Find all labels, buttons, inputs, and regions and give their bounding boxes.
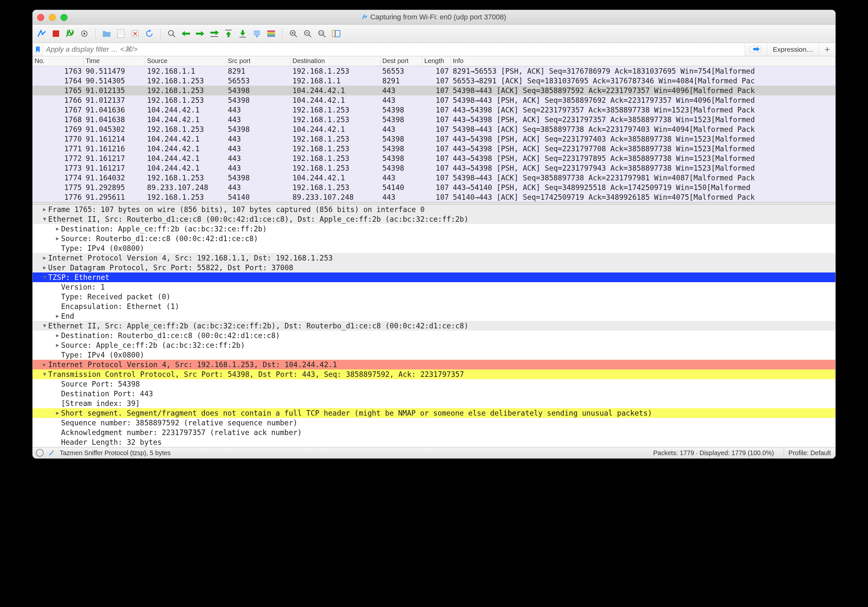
expression-builder-button[interactable]: Expression… xyxy=(767,43,819,56)
tree-row[interactable]: Type: IPv4 (0x0800) xyxy=(33,244,835,253)
minimize-window-button[interactable] xyxy=(49,14,56,21)
colorize-button[interactable] xyxy=(265,27,277,40)
wireshark-fin-icon xyxy=(362,14,368,20)
capture-options-button[interactable] xyxy=(78,27,91,40)
go-back-button[interactable] xyxy=(179,27,192,40)
save-file-button[interactable] xyxy=(115,27,127,40)
col-header-dest-port[interactable]: Dest port xyxy=(380,56,422,66)
packet-details-tree[interactable]: Frame 1765: 107 bytes on wire (856 bits)… xyxy=(33,205,835,447)
col-header-time[interactable]: Time xyxy=(84,56,145,66)
apply-filter-button[interactable] xyxy=(744,43,767,56)
packet-row[interactable]: 176791.041636104.244.42.1443192.168.1.25… xyxy=(33,105,835,115)
svg-line-11 xyxy=(172,34,175,37)
tree-label: Destination: Apple_ce:ff:2b (ac:bc:32:ce… xyxy=(61,224,267,234)
disclosure-triangle-icon[interactable] xyxy=(41,360,48,369)
col-header-info[interactable]: Info xyxy=(451,56,835,66)
tree-row[interactable]: [Stream index: 39] xyxy=(33,399,835,408)
disclosure-triangle-icon[interactable] xyxy=(54,331,61,340)
go-forward-button[interactable] xyxy=(194,27,206,40)
packet-row[interactable]: 177691.295611192.168.1.2535414089.233.10… xyxy=(33,193,835,202)
open-file-button[interactable] xyxy=(100,27,113,40)
disclosure-triangle-icon[interactable] xyxy=(54,340,61,350)
tree-row[interactable]: User Datagram Protocol, Src Port: 55822,… xyxy=(33,263,835,272)
packet-row[interactable]: 177491.164032192.168.1.25354398104.244.4… xyxy=(33,173,835,183)
packet-row[interactable]: 177291.161217104.244.42.1443192.168.1.25… xyxy=(33,154,835,163)
display-filter-bar: Expression… + xyxy=(33,43,835,56)
close-file-button[interactable] xyxy=(129,27,141,40)
edit-pencil-icon[interactable] xyxy=(48,449,55,456)
tree-row[interactable]: Type: Received packet (0) xyxy=(33,292,835,301)
zoom-in-button[interactable] xyxy=(287,27,300,40)
disclosure-triangle-icon[interactable] xyxy=(41,205,48,214)
col-header-no[interactable]: No. xyxy=(33,56,84,66)
horizontal-splitter[interactable] xyxy=(33,202,835,205)
expert-info-button[interactable] xyxy=(36,449,43,457)
reload-button[interactable] xyxy=(143,27,156,40)
tree-row[interactable]: Type: IPv4 (0x0800) xyxy=(33,350,835,360)
disclosure-triangle-icon[interactable] xyxy=(41,272,48,282)
tree-row[interactable]: Destination: Routerbo_d1:ce:c8 (00:0c:42… xyxy=(33,331,835,340)
packet-row[interactable]: 176390.511479192.168.1.18291192.168.1.25… xyxy=(33,66,835,76)
packet-row[interactable]: 176591.012135192.168.1.25354398104.244.4… xyxy=(33,85,835,95)
tree-row[interactable]: End xyxy=(33,311,835,321)
tree-row[interactable]: Destination Port: 443 xyxy=(33,389,835,399)
goto-last-button[interactable] xyxy=(236,27,249,40)
tree-row[interactable]: Destination: Apple_ce:ff:2b (ac:bc:32:ce… xyxy=(33,224,835,234)
tree-row[interactable]: Header Length: 32 bytes xyxy=(33,437,835,447)
col-header-source[interactable]: Source xyxy=(145,56,226,66)
stop-capture-button[interactable] xyxy=(50,27,62,40)
tree-row[interactable]: Short segment. Segment/fragment does not… xyxy=(33,408,835,418)
col-header-length[interactable]: Length xyxy=(422,56,451,66)
tree-row[interactable]: Version: 1 xyxy=(33,282,835,292)
col-header-destination[interactable]: Destination xyxy=(290,56,380,66)
zoom-reset-button[interactable]: 1:1 xyxy=(315,27,328,40)
svg-rect-21 xyxy=(267,35,275,37)
disclosure-triangle-icon[interactable] xyxy=(54,224,61,234)
tree-row[interactable]: Ethernet II, Src: Routerbo_d1:ce:c8 (00:… xyxy=(33,214,835,224)
goto-first-button[interactable] xyxy=(222,27,235,40)
restart-capture-button[interactable] xyxy=(64,27,77,40)
resize-columns-button[interactable] xyxy=(330,27,343,40)
disclosure-triangle-icon[interactable] xyxy=(54,311,61,321)
packet-row[interactable]: 177591.29289589.233.107.248443192.168.1.… xyxy=(33,183,835,193)
zoom-out-button[interactable] xyxy=(301,27,314,40)
tree-row[interactable]: Frame 1765: 107 bytes on wire (856 bits)… xyxy=(33,205,835,214)
packet-row[interactable]: 177191.161216104.244.42.1443192.168.1.25… xyxy=(33,144,835,154)
packet-list[interactable]: 176390.511479192.168.1.18291192.168.1.25… xyxy=(33,66,835,202)
find-packet-button[interactable] xyxy=(165,27,178,40)
packet-row[interactable]: 176991.045302192.168.1.25354398104.244.4… xyxy=(33,124,835,134)
tree-row[interactable]: Source: Routerbo_d1:ce:c8 (00:0c:42:d1:c… xyxy=(33,234,835,244)
tree-row[interactable]: Ethernet II, Src: Apple_ce:ff:2b (ac:bc:… xyxy=(33,321,835,331)
tree-row[interactable]: Source Port: 54398 xyxy=(33,379,835,389)
maximize-window-button[interactable] xyxy=(60,14,68,21)
packet-row[interactable]: 176691.012137192.168.1.25354398104.244.4… xyxy=(33,95,835,105)
col-header-src-port[interactable]: Src port xyxy=(226,56,290,66)
packet-row[interactable]: 176490.514305192.168.1.25356553192.168.1… xyxy=(33,76,835,85)
packet-row[interactable]: 177091.161214104.244.42.1443192.168.1.25… xyxy=(33,134,835,144)
disclosure-triangle-icon[interactable] xyxy=(41,321,48,331)
disclosure-triangle-icon[interactable] xyxy=(54,234,61,244)
disclosure-triangle-icon[interactable] xyxy=(41,253,48,263)
tree-row[interactable]: Source: Apple_ce:ff:2b (ac:bc:32:ce:ff:2… xyxy=(33,340,835,350)
auto-scroll-button[interactable] xyxy=(250,27,264,40)
tree-row[interactable]: TZSP: Ethernet xyxy=(33,272,835,282)
disclosure-triangle-icon[interactable] xyxy=(41,214,48,224)
start-capture-button[interactable] xyxy=(35,27,48,40)
packet-row[interactable]: 176891.041638104.244.42.1443192.168.1.25… xyxy=(33,115,835,124)
close-window-button[interactable] xyxy=(37,14,44,21)
tree-row[interactable]: Encapsulation: Ethernet (1) xyxy=(33,301,835,311)
disclosure-triangle-icon[interactable] xyxy=(41,263,48,272)
goto-packet-button[interactable] xyxy=(208,27,221,40)
profile-button[interactable]: Profile: Default xyxy=(784,447,835,458)
tree-row[interactable]: Transmission Control Protocol, Src Port:… xyxy=(33,369,835,379)
tree-row[interactable]: Sequence number: 3858897592 (relative se… xyxy=(33,418,835,428)
tree-row[interactable]: Acknowledgment number: 2231797357 (relat… xyxy=(33,428,835,437)
display-filter-input[interactable] xyxy=(43,43,744,56)
packet-row[interactable]: 177391.161217104.244.42.1443192.168.1.25… xyxy=(33,163,835,173)
add-filter-button[interactable]: + xyxy=(819,43,835,56)
disclosure-triangle-icon[interactable] xyxy=(41,369,48,379)
tree-row[interactable]: Internet Protocol Version 4, Src: 192.16… xyxy=(33,360,835,369)
tree-row[interactable]: Internet Protocol Version 4, Src: 192.16… xyxy=(33,253,835,263)
disclosure-triangle-icon[interactable] xyxy=(54,408,61,418)
bookmark-icon[interactable] xyxy=(33,43,43,56)
